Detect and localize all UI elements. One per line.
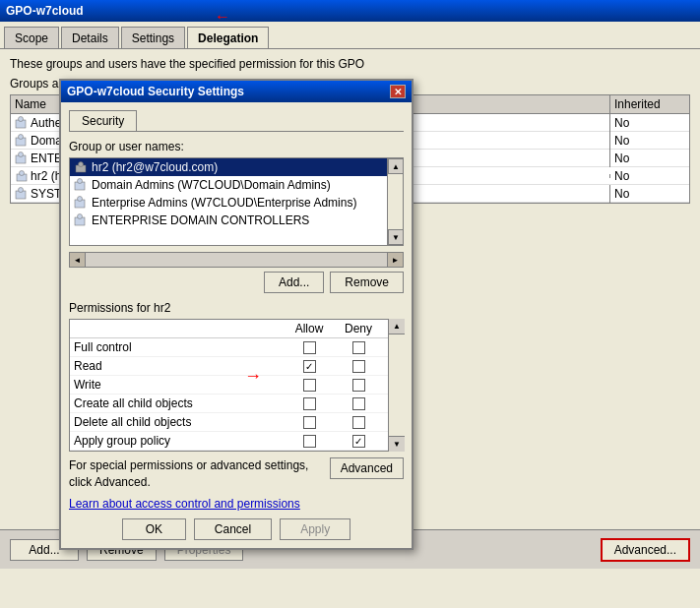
dialog-title: GPO-w7cloud Security Settings bbox=[67, 85, 244, 98]
perm-row-read: Read bbox=[70, 357, 403, 376]
perm-allow-read[interactable] bbox=[303, 360, 316, 373]
special-perms-section: For special permissions or advanced sett… bbox=[69, 457, 404, 491]
security-settings-dialog: GPO-w7cloud Security Settings ✕ Security… bbox=[59, 79, 414, 550]
perm-table-scrollbar[interactable]: ▲ ▼ bbox=[388, 319, 404, 452]
scroll-right-btn[interactable]: ► bbox=[387, 253, 403, 267]
cancel-button[interactable]: Cancel bbox=[194, 518, 272, 540]
perm-allow-delete[interactable] bbox=[303, 416, 316, 429]
tab-bar: Scope Details Settings Delegation ← bbox=[0, 22, 700, 49]
listbox-scrollbar[interactable]: ▲ ▼ bbox=[387, 158, 403, 245]
scroll-up-btn[interactable]: ▲ bbox=[388, 158, 404, 174]
perm-scroll-up[interactable]: ▲ bbox=[389, 319, 405, 334]
tab-settings[interactable]: Settings bbox=[121, 27, 185, 48]
perm-scroll-down[interactable]: ▼ bbox=[389, 436, 405, 452]
perm-table-header: Allow Deny bbox=[70, 320, 403, 338]
horiz-scrollbar[interactable]: ◄ ► bbox=[69, 252, 404, 268]
perm-deny-full-control[interactable] bbox=[352, 341, 365, 354]
svg-point-17 bbox=[78, 214, 83, 219]
tab-arrow-indicator: ← bbox=[215, 8, 230, 26]
add-remove-row: Add... Remove bbox=[69, 272, 404, 293]
learn-link[interactable]: Learn about access control and permissio… bbox=[69, 497, 404, 511]
scroll-down-btn[interactable]: ▼ bbox=[388, 229, 404, 245]
allow-header: Allow bbox=[285, 322, 334, 335]
apply-button[interactable]: Apply bbox=[280, 518, 350, 540]
scroll-track bbox=[388, 174, 403, 229]
dialog-ok-cancel: OK Cancel Apply bbox=[69, 518, 404, 540]
title-bar: GPO-w7cloud bbox=[0, 0, 700, 22]
dialog-overlay: GPO-w7cloud Security Settings ✕ Security… bbox=[0, 49, 700, 569]
special-perms-text: For special permissions or advanced sett… bbox=[69, 457, 322, 491]
group-usernames-label: Group or user names: bbox=[69, 140, 404, 153]
window-title: GPO-w7cloud bbox=[6, 4, 84, 18]
permissions-table: Allow Deny Full control bbox=[69, 319, 404, 452]
perm-row-full-control: Full control bbox=[70, 338, 403, 357]
group-icon bbox=[74, 213, 88, 227]
remove-button[interactable]: Remove bbox=[330, 272, 404, 293]
svg-point-15 bbox=[78, 197, 83, 202]
perm-allow-write[interactable] bbox=[303, 379, 316, 392]
perm-row-apply: Apply group policy bbox=[70, 432, 403, 451]
perm-deny-read[interactable] bbox=[352, 360, 365, 373]
perm-scroll-track bbox=[389, 334, 404, 436]
group-icon bbox=[74, 196, 88, 210]
perm-deny-create[interactable] bbox=[352, 397, 365, 410]
perm-deny-write[interactable] bbox=[352, 379, 365, 392]
tab-delegation[interactable]: Delegation bbox=[187, 27, 269, 48]
perm-row-delete: Delete all child objects bbox=[70, 413, 403, 432]
list-item-enterprise-dc[interactable]: ENTERPRISE DOMAIN CONTROLLERS bbox=[70, 212, 387, 229]
tab-details[interactable]: Details bbox=[61, 27, 119, 48]
dialog-tab-security[interactable]: Security bbox=[69, 110, 137, 131]
list-item-domain-admins[interactable]: Domain Admins (W7CLOUD\Domain Admins) bbox=[70, 176, 387, 194]
list-item-enterprise-admins[interactable]: Enterprise Admins (W7CLOUD\Enterprise Ad… bbox=[70, 194, 387, 212]
tab-scope[interactable]: Scope bbox=[4, 27, 59, 48]
permissions-section: Allow Deny Full control bbox=[69, 319, 404, 452]
add-button[interactable]: Add... bbox=[264, 272, 324, 293]
user-icon bbox=[74, 160, 88, 174]
svg-point-11 bbox=[79, 162, 84, 167]
perm-deny-apply[interactable] bbox=[352, 435, 365, 448]
advanced-button[interactable]: Advanced bbox=[330, 457, 404, 479]
dialog-body: Security Group or user names: hr2 (hr2@w… bbox=[61, 102, 412, 548]
ok-button[interactable]: OK bbox=[122, 518, 186, 540]
deny-header: Deny bbox=[334, 322, 383, 335]
perm-allow-full-control[interactable] bbox=[303, 341, 316, 354]
list-item-hr2[interactable]: hr2 (hr2@w7cloud.com) bbox=[70, 158, 387, 176]
main-content: These groups and users have the specifie… bbox=[0, 49, 700, 569]
scroll-left-btn[interactable]: ◄ bbox=[70, 253, 86, 267]
dialog-titlebar: GPO-w7cloud Security Settings ✕ bbox=[61, 81, 412, 102]
perm-row-write: Write bbox=[70, 376, 403, 395]
permissions-label: Permissions for hr2 bbox=[69, 301, 404, 315]
svg-point-13 bbox=[78, 179, 83, 184]
users-listbox[interactable]: hr2 (hr2@w7cloud.com) Domain Admins (W7C… bbox=[69, 157, 404, 246]
dialog-close-button[interactable]: ✕ bbox=[390, 85, 406, 98]
group-icon bbox=[74, 178, 88, 192]
dialog-tabs: Security bbox=[69, 110, 404, 132]
perm-allow-apply[interactable] bbox=[303, 435, 316, 448]
perm-allow-create[interactable] bbox=[303, 397, 316, 410]
perm-deny-delete[interactable] bbox=[352, 416, 365, 429]
perm-row-create: Create all child objects bbox=[70, 395, 403, 413]
